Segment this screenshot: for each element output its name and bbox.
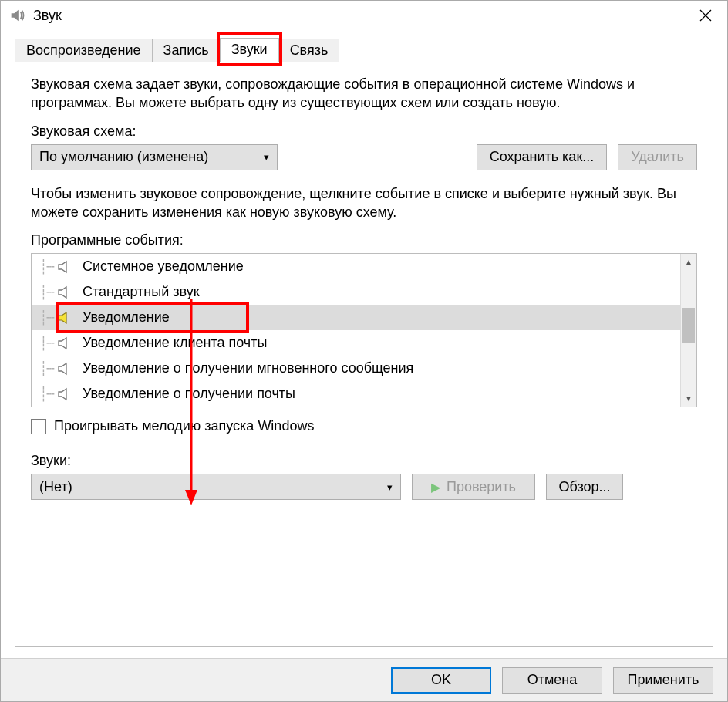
ok-button[interactable]: OK (391, 667, 491, 694)
event-label: Уведомление (83, 309, 170, 326)
tree-connector-icon: ┊┄ (39, 386, 53, 403)
test-button: ▶ Проверить (412, 474, 535, 500)
tree-connector-icon: ┊┄ (39, 284, 53, 301)
delete-button: Удалить (618, 144, 697, 170)
speaker-sound-icon (56, 310, 75, 326)
chevron-down-icon: ▾ (387, 481, 393, 493)
events-description: Чтобы изменить звуковое сопровождение, щ… (31, 184, 697, 222)
play-icon: ▶ (431, 480, 440, 494)
startup-sound-label: Проигрывать мелодию запуска Windows (54, 418, 314, 434)
scheme-select[interactable]: По умолчанию (изменена) ▾ (31, 144, 278, 170)
event-row[interactable]: ┊┄ Уведомление о получении почты (32, 381, 680, 407)
scroll-down-button[interactable]: ▼ (681, 390, 696, 407)
speaker-icon (56, 386, 75, 402)
tab-communications[interactable]: Связь (278, 39, 340, 62)
events-label: Программные события: (31, 232, 697, 248)
scheme-value: По умолчанию (изменена) (39, 149, 208, 165)
speaker-icon (56, 285, 75, 300)
event-label: Уведомление о получении мгновенного сооб… (83, 360, 413, 376)
sounds-label: Звуки: (31, 453, 697, 469)
speaker-icon (56, 259, 75, 275)
sound-app-icon (8, 7, 25, 24)
tab-label: Связь (290, 42, 329, 58)
tree-connector-icon: ┊┄ (39, 309, 53, 326)
scheme-description: Звуковая схема задает звуки, сопровождаю… (31, 75, 697, 113)
scheme-label: Звуковая схема: (31, 123, 697, 140)
tab-label: Запись (163, 42, 209, 58)
close-button[interactable] (689, 3, 723, 28)
event-row[interactable]: ┊┄ Уведомление о получении мгновенного с… (32, 356, 680, 381)
startup-sound-checkbox[interactable] (31, 419, 46, 434)
event-label: Уведомление клиента почты (83, 335, 267, 351)
speaker-icon (56, 361, 75, 376)
tab-sounds[interactable]: Звуки (220, 38, 279, 62)
event-row-selected[interactable]: ┊┄ Уведомление (32, 305, 680, 330)
sound-dialog: Звук Воспроизведение Запись Звуки Связь … (0, 0, 728, 702)
titlebar: Звук (1, 1, 727, 30)
tab-recording[interactable]: Запись (152, 39, 221, 62)
tree-connector-icon: ┊┄ (39, 335, 53, 352)
tree-connector-icon: ┊┄ (39, 360, 53, 377)
tabstrip: Воспроизведение Запись Звуки Связь (1, 38, 727, 62)
close-icon (699, 9, 712, 22)
sound-value: (Нет) (39, 479, 72, 495)
sound-select-row: (Нет) ▾ ▶ Проверить Обзор... (31, 474, 697, 500)
scroll-thumb[interactable] (682, 308, 695, 343)
chevron-down-icon: ▾ (264, 151, 269, 163)
speaker-icon (56, 336, 75, 351)
scheme-row: По умолчанию (изменена) ▾ Сохранить как.… (31, 144, 697, 170)
tab-label: Звуки (231, 42, 268, 57)
save-as-button[interactable]: Сохранить как... (477, 144, 608, 170)
scroll-up-button[interactable]: ▲ (681, 254, 696, 270)
vertical-scrollbar[interactable]: ▲ ▼ (680, 254, 696, 407)
event-row[interactable]: ┊┄ Уведомление клиента почты (32, 330, 680, 356)
dialog-button-bar: OK Отмена Применить (1, 658, 727, 701)
event-row[interactable]: ┊┄ Стандартный звук (32, 279, 680, 305)
event-label: Уведомление о получении почты (83, 386, 295, 402)
startup-sound-row: Проигрывать мелодию запуска Windows (31, 418, 697, 434)
tab-label: Воспроизведение (26, 42, 141, 58)
sounds-panel: Звуковая схема задает звуки, сопровождаю… (15, 62, 713, 647)
window-title: Звук (33, 8, 689, 24)
cancel-button[interactable]: Отмена (502, 667, 602, 694)
sound-select[interactable]: (Нет) ▾ (31, 474, 401, 500)
events-listbox[interactable]: ┊┄ Системное уведомление ┊┄ Стандартный … (31, 253, 697, 407)
event-label: Стандартный звук (83, 284, 200, 300)
event-label: Системное уведомление (83, 258, 244, 275)
event-row[interactable]: ┊┄ Системное уведомление (32, 254, 680, 279)
tab-playback[interactable]: Воспроизведение (15, 39, 153, 62)
apply-button[interactable]: Применить (613, 667, 713, 694)
tree-connector-icon: ┊┄ (39, 258, 53, 275)
browse-button[interactable]: Обзор... (546, 474, 623, 500)
